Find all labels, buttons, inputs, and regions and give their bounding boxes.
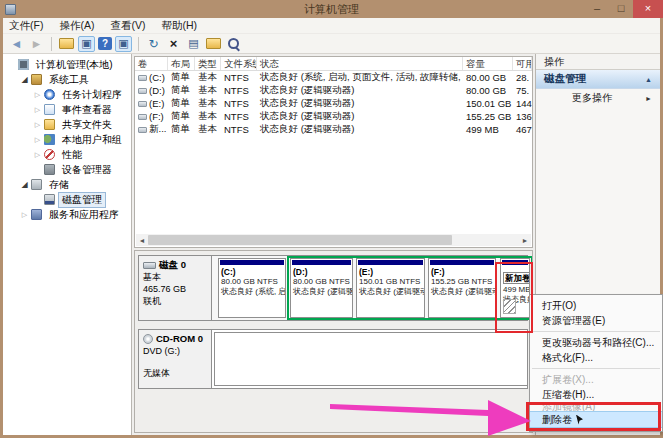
titlebar[interactable]: 计算机管理 – □ × (0, 0, 663, 18)
refresh-icon[interactable]: ↻ (145, 36, 162, 52)
up-folder-icon[interactable] (58, 36, 75, 52)
tree-item-computer-management[interactable]: 计算机管理(本地) (3, 57, 131, 72)
maximize-button[interactable]: □ (609, 1, 633, 17)
task-scheduler-icon (44, 89, 55, 100)
menu-file[interactable]: 文件(F) (9, 19, 43, 33)
expanded-expander-icon[interactable]: ◢ (19, 75, 30, 84)
volume-row-c[interactable]: (C:)简单基本NTFS状态良好 (系统, 启动, 页面文件, 活动, 故障转储… (135, 71, 532, 84)
volume-type: 基本 (195, 84, 221, 97)
volume-free: 136 (513, 111, 532, 122)
column-header-4[interactable]: 状态 (257, 57, 463, 70)
disk-management-icon (44, 194, 55, 205)
menu-action[interactable]: 操作(A) (59, 19, 94, 33)
scrollbar-thumb[interactable] (148, 235, 452, 245)
volume-status: 状态良好 (逻辑驱动器) (257, 84, 463, 97)
collapsed-expander-icon[interactable]: ▷ (32, 136, 43, 144)
context-menu: 打开(O)资源管理器(E)更改驱动器号和路径(C)...格式化(F)...扩展卷… (529, 294, 663, 432)
event-viewer-icon (44, 104, 55, 115)
expanded-expander-icon[interactable]: ◢ (19, 180, 30, 189)
partition-new-volume[interactable]: 新加卷499 MB NTFS状态良好 (逻辑驱动器) (500, 258, 530, 318)
volume-row-f[interactable]: (F:)简单基本NTFS状态良好 (逻辑驱动器)155.25 GB136 (135, 110, 532, 123)
volume-capacity: 499 MB (463, 124, 513, 135)
collapse-icon[interactable]: ▲ (645, 76, 652, 83)
menu-view[interactable]: 查看(V) (110, 19, 145, 33)
partition-size: 150.01 GB NTFS (357, 277, 424, 287)
minimize-button[interactable]: – (585, 1, 609, 17)
tree-item-services-applications[interactable]: ▷服务和应用程序 (3, 207, 131, 222)
menu-item-change-drive-letter[interactable]: 更改驱动器号和路径(C)... (530, 335, 662, 350)
menu-item-format[interactable]: 格式化(F)... (530, 350, 662, 365)
services-applications-icon (31, 209, 42, 220)
tree-item-disk-management[interactable]: 磁盘管理 (3, 192, 131, 207)
tree-item-shared-folders[interactable]: ▷共享文件夹 (3, 117, 131, 132)
tree-item-system-tools[interactable]: ◢系统工具 (3, 72, 131, 87)
cdrom-title: CD-ROM 0 (156, 333, 203, 345)
volume-row-d[interactable]: (D:)简单基本NTFS状态良好 (逻辑驱动器)80.00 GB75. (135, 84, 532, 97)
show-console-tree-icon[interactable]: ▣ (78, 36, 95, 52)
volume-row-[interactable]: 新...简单基本NTFS状态良好 (逻辑驱动器)499 MB467 (135, 123, 532, 136)
actions-header: 操作 (536, 54, 660, 70)
forward-icon[interactable]: ► (28, 36, 45, 52)
tree-item-local-users-groups[interactable]: ▷本地用户和组 (3, 132, 131, 147)
more-actions-item[interactable]: 更多操作 ► (536, 89, 660, 107)
partition-d[interactable]: (D:)80.00 GB NTFS状态良好 (逻辑驱动器) (290, 258, 353, 318)
horizontal-scrollbar[interactable]: ◄ ► (136, 234, 531, 246)
menu-item-open[interactable]: 打开(O) (530, 298, 662, 313)
volume-free: 28. (513, 72, 532, 83)
cdrom-media-cell[interactable] (214, 332, 528, 386)
partition-e[interactable]: (E:)150.01 GB NTFS状态良好 (逻辑驱动器) (356, 258, 425, 318)
menu-item-delete-volume[interactable]: 删除卷 (530, 411, 662, 428)
tree-item-storage[interactable]: ◢存储 (3, 177, 131, 192)
open-folder-icon[interactable] (205, 36, 222, 52)
volume-row-e[interactable]: (E:)简单基本NTFS状态良好 (逻辑驱动器)150.01 GB144 (135, 97, 532, 110)
collapsed-expander-icon[interactable]: ▷ (19, 211, 30, 219)
collapsed-expander-icon[interactable]: ▷ (32, 106, 43, 114)
scroll-right-arrow[interactable]: ► (519, 237, 531, 244)
volume-name: (D:) (149, 85, 165, 96)
disk0-label[interactable]: 磁盘 0 基本 465.76 GB 联机 (139, 256, 212, 320)
partition-c[interactable]: (C:)80.00 GB NTFS状态良好 (系统, 启动, 页面文件, 活动,… (218, 258, 286, 318)
back-icon[interactable]: ◄ (8, 36, 25, 52)
menu-help[interactable]: 帮助(H) (161, 19, 197, 33)
menu-item-shrink-volume[interactable]: 压缩卷(H)... (530, 387, 662, 402)
tree-item-task-scheduler[interactable]: ▷任务计划程序 (3, 87, 131, 102)
properties-icon[interactable]: ▤ (185, 36, 202, 52)
partition-type-strip (430, 260, 494, 265)
tree-item-label: 磁盘管理 (58, 192, 106, 208)
cdrom-label[interactable]: CD-ROM 0 DVD (G:) 无媒体 (139, 330, 212, 388)
volume-name: (C:) (149, 72, 165, 83)
collapsed-expander-icon[interactable]: ▷ (32, 151, 43, 159)
partition-status: 状态良好 (逻辑驱动器) (429, 287, 495, 297)
tree-item-label: 系统工具 (45, 72, 93, 88)
collapsed-expander-icon[interactable]: ▷ (32, 121, 43, 129)
show-action-pane-icon[interactable]: ▣ (115, 36, 132, 52)
column-header-1[interactable]: 布局 (168, 57, 195, 70)
device-manager-icon (44, 164, 55, 175)
partition-f[interactable]: (F:)155.25 GB NTFS状态良好 (逻辑驱动器) (428, 258, 496, 318)
partition-name: (C:) (219, 267, 285, 277)
tree-item-device-manager[interactable]: 设备管理器 (3, 162, 131, 177)
find-icon[interactable] (225, 36, 242, 52)
menu-item-explorer[interactable]: 资源管理器(E) (530, 313, 662, 328)
delete-icon[interactable]: × (165, 36, 182, 52)
column-header-6[interactable]: 可用 (513, 57, 532, 70)
volume-free: 467 (513, 124, 532, 135)
column-header-3[interactable]: 文件系统 (221, 57, 257, 70)
tree-item-performance[interactable]: ▷性能 (3, 147, 131, 162)
scrollbar-track[interactable] (148, 234, 519, 246)
help-icon[interactable]: ? (98, 37, 112, 50)
close-button[interactable]: × (633, 0, 663, 18)
column-header-5[interactable]: 容量 (463, 57, 513, 70)
disk0-partitions: (C:)80.00 GB NTFS状态良好 (系统, 启动, 页面文件, 活动,… (212, 256, 527, 320)
disk-management-section-header[interactable]: 磁盘管理 ▲ (536, 70, 660, 89)
menu-item-extend-volume[interactable]: 扩展卷(X)... (530, 372, 662, 387)
column-header-0[interactable]: 卷 (135, 57, 168, 70)
menu-item-add-mirror[interactable]: 添加镜像(A) (530, 402, 662, 411)
tree-item-label: 共享文件夹 (58, 117, 116, 133)
local-users-groups-icon (44, 134, 55, 145)
collapsed-expander-icon[interactable]: ▷ (32, 91, 43, 99)
column-header-2[interactable]: 类型 (195, 57, 221, 70)
scroll-left-arrow[interactable]: ◄ (136, 237, 148, 244)
storage-icon (31, 179, 42, 190)
tree-item-event-viewer[interactable]: ▷事件查看器 (3, 102, 131, 117)
